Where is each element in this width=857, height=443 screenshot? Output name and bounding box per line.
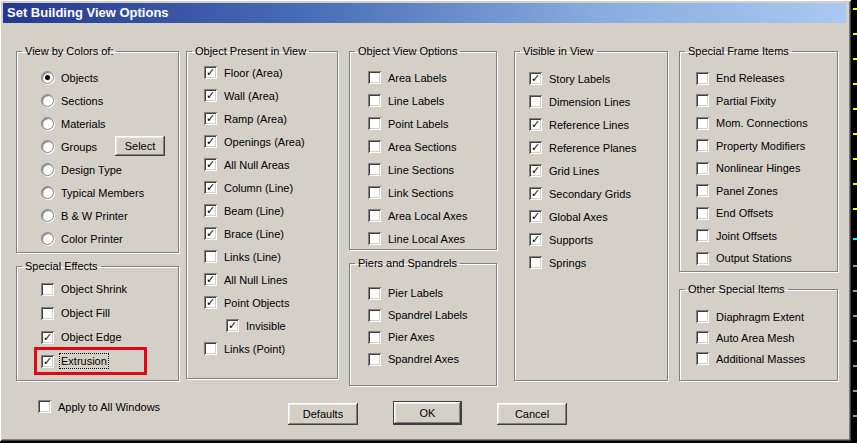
titlebar[interactable]: Set Building View Options xyxy=(3,3,846,23)
checkbox-spandrel-labels[interactable]: Spandrel Labels xyxy=(368,304,468,326)
checkbox-unchecked-icon[interactable] xyxy=(368,186,381,199)
checkbox-area-labels[interactable]: Area Labels xyxy=(368,66,468,89)
checkbox-checked-icon[interactable]: ✓ xyxy=(529,72,542,85)
checkbox-end-releases[interactable]: End Releases xyxy=(696,67,808,90)
checkbox-grid-lines[interactable]: ✓Grid Lines xyxy=(529,159,636,182)
checkbox-line-local-axes[interactable]: Line Local Axes xyxy=(368,227,468,250)
checkbox-unchecked-icon[interactable] xyxy=(696,352,709,365)
checkbox-unchecked-icon[interactable] xyxy=(696,184,709,197)
checkbox-unchecked-icon[interactable] xyxy=(696,117,709,130)
radio-unchecked-icon[interactable] xyxy=(41,140,54,153)
checkbox-openings-area[interactable]: ✓Openings (Area) xyxy=(204,130,305,153)
checkbox-links-point[interactable]: Links (Point) xyxy=(204,337,305,360)
checkbox-unchecked-icon[interactable] xyxy=(368,209,381,222)
checkbox-checked-icon[interactable]: ✓ xyxy=(204,181,217,194)
checkbox-diaphragm-extent[interactable]: Diaphragm Extent xyxy=(696,306,805,327)
checkbox-checked-icon[interactable]: ✓ xyxy=(204,89,217,102)
checkbox-area-local-axes[interactable]: Area Local Axes xyxy=(368,204,468,227)
checkbox-auto-area-mesh[interactable]: Auto Area Mesh xyxy=(696,327,805,348)
checkbox-unchecked-icon[interactable] xyxy=(696,139,709,152)
radio-unchecked-icon[interactable] xyxy=(41,209,54,222)
checkbox-unchecked-icon[interactable] xyxy=(368,353,381,366)
checkbox-checked-icon[interactable]: ✓ xyxy=(529,118,542,131)
checkbox-checked-icon[interactable]: ✓ xyxy=(41,355,54,368)
radio-checked-icon[interactable] xyxy=(41,71,54,84)
checkbox-unchecked-icon[interactable] xyxy=(368,309,381,322)
checkbox-brace-line[interactable]: ✓Brace (Line) xyxy=(204,222,305,245)
ok-button[interactable]: OK xyxy=(393,401,462,425)
checkbox-additional-masses[interactable]: Additional Masses xyxy=(696,348,805,369)
checkbox-unchecked-icon[interactable] xyxy=(38,400,51,413)
checkbox-point-objects[interactable]: ✓Point Objects xyxy=(204,291,305,314)
checkbox-apply-to-all-windows[interactable]: Apply to All Windows xyxy=(38,397,160,416)
checkbox-nonlinear-hinges[interactable]: Nonlinear Hinges xyxy=(696,157,808,180)
checkbox-dimension-lines[interactable]: Dimension Lines xyxy=(529,90,636,113)
checkbox-unchecked-icon[interactable] xyxy=(696,94,709,107)
checkbox-unchecked-icon[interactable] xyxy=(529,95,542,108)
checkbox-property-modifiers[interactable]: Property Modifiers xyxy=(696,135,808,158)
checkbox-column-line[interactable]: ✓Column (Line) xyxy=(204,176,305,199)
checkbox-floor-area[interactable]: ✓Floor (Area) xyxy=(204,61,305,84)
radio-unchecked-icon[interactable] xyxy=(41,186,54,199)
checkbox-pier-labels[interactable]: Pier Labels xyxy=(368,282,468,304)
checkbox-object-fill[interactable]: Object Fill xyxy=(41,301,127,325)
checkbox-checked-icon[interactable]: ✓ xyxy=(204,296,217,309)
radio-b-w-printer[interactable]: B & W Printer xyxy=(41,204,144,227)
checkbox-line-labels[interactable]: Line Labels xyxy=(368,89,468,112)
checkbox-supports[interactable]: ✓Supports xyxy=(529,228,636,251)
checkbox-checked-icon[interactable]: ✓ xyxy=(226,319,239,332)
checkbox-unchecked-icon[interactable] xyxy=(368,71,381,84)
checkbox-checked-icon[interactable]: ✓ xyxy=(529,141,542,154)
checkbox-beam-line[interactable]: ✓Beam (Line) xyxy=(204,199,305,222)
checkbox-checked-icon[interactable]: ✓ xyxy=(204,273,217,286)
radio-color-printer[interactable]: Color Printer xyxy=(41,227,144,250)
checkbox-springs[interactable]: Springs xyxy=(529,251,636,274)
checkbox-partial-fixity[interactable]: Partial Fixity xyxy=(696,90,808,113)
checkbox-extrusion[interactable]: ✓Extrusion xyxy=(41,349,127,373)
radio-unchecked-icon[interactable] xyxy=(41,94,54,107)
checkbox-pier-axes[interactable]: Pier Axes xyxy=(368,326,468,348)
checkbox-unchecked-icon[interactable] xyxy=(368,232,381,245)
checkbox-wall-area[interactable]: ✓Wall (Area) xyxy=(204,84,305,107)
select-button[interactable]: Select xyxy=(115,136,165,156)
checkbox-unchecked-icon[interactable] xyxy=(368,163,381,176)
checkbox-unchecked-icon[interactable] xyxy=(368,94,381,107)
checkbox-unchecked-icon[interactable] xyxy=(368,331,381,344)
checkbox-unchecked-icon[interactable] xyxy=(696,331,709,344)
checkbox-invisible[interactable]: ✓Invisible xyxy=(204,314,305,337)
radio-unchecked-icon[interactable] xyxy=(41,117,54,130)
radio-sections[interactable]: Sections xyxy=(41,89,144,112)
checkbox-spandrel-axes[interactable]: Spandrel Axes xyxy=(368,348,468,370)
checkbox-checked-icon[interactable]: ✓ xyxy=(204,204,217,217)
radio-typical-members[interactable]: Typical Members xyxy=(41,181,144,204)
checkbox-unchecked-icon[interactable] xyxy=(204,250,217,263)
checkbox-unchecked-icon[interactable] xyxy=(696,72,709,85)
checkbox-global-axes[interactable]: ✓Global Axes xyxy=(529,205,636,228)
checkbox-checked-icon[interactable]: ✓ xyxy=(529,187,542,200)
radio-groups[interactable]: GroupsSelect xyxy=(41,135,144,158)
checkbox-checked-icon[interactable]: ✓ xyxy=(529,233,542,246)
cancel-button[interactable]: Cancel xyxy=(497,403,567,425)
checkbox-secondary-grids[interactable]: ✓Secondary Grids xyxy=(529,182,636,205)
checkbox-unchecked-icon[interactable] xyxy=(368,287,381,300)
checkbox-all-null-lines[interactable]: ✓All Null Lines xyxy=(204,268,305,291)
defaults-button[interactable]: Defaults xyxy=(288,403,358,425)
checkbox-checked-icon[interactable]: ✓ xyxy=(204,112,217,125)
checkbox-unchecked-icon[interactable] xyxy=(41,283,54,296)
checkbox-unchecked-icon[interactable] xyxy=(368,140,381,153)
checkbox-checked-icon[interactable]: ✓ xyxy=(204,158,217,171)
radio-unchecked-icon[interactable] xyxy=(41,232,54,245)
checkbox-checked-icon[interactable]: ✓ xyxy=(204,227,217,240)
checkbox-object-edge[interactable]: ✓Object Edge xyxy=(41,325,127,349)
checkbox-unchecked-icon[interactable] xyxy=(368,117,381,130)
checkbox-unchecked-icon[interactable] xyxy=(696,310,709,323)
checkbox-unchecked-icon[interactable] xyxy=(529,256,542,269)
checkbox-all-null-areas[interactable]: ✓All Null Areas xyxy=(204,153,305,176)
radio-design-type[interactable]: Design Type xyxy=(41,158,144,181)
radio-objects[interactable]: Objects xyxy=(41,66,144,89)
checkbox-unchecked-icon[interactable] xyxy=(41,307,54,320)
checkbox-checked-icon[interactable]: ✓ xyxy=(529,210,542,223)
checkbox-unchecked-icon[interactable] xyxy=(696,252,709,265)
checkbox-checked-icon[interactable]: ✓ xyxy=(204,66,217,79)
checkbox-panel-zones[interactable]: Panel Zones xyxy=(696,180,808,203)
